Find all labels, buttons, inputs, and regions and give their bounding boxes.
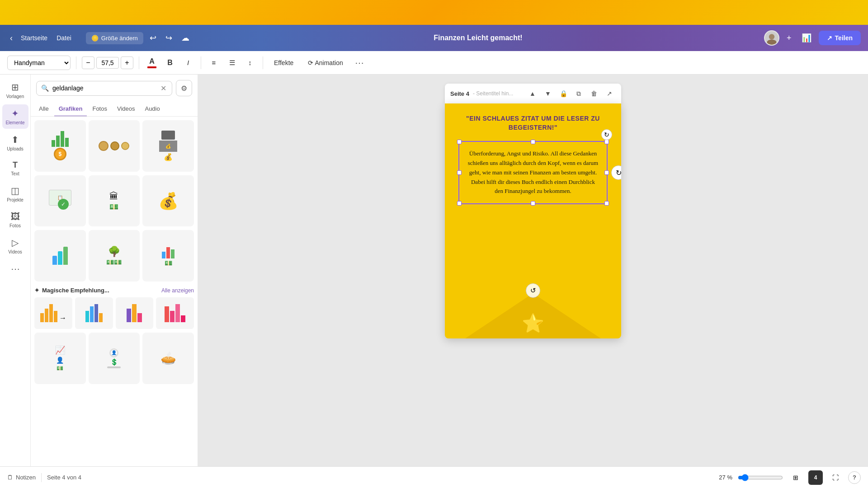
graphic-item-1[interactable]: $ (34, 120, 86, 172)
graphic-item-4[interactable]: 📋 ✓ (34, 175, 86, 227)
list-button[interactable]: ☰ (225, 56, 239, 70)
sidebar-label-vorlagen: Vorlagen (6, 94, 24, 99)
rotate-handle[interactable]: ↻ (601, 129, 612, 140)
back-button[interactable]: ‹ (7, 31, 15, 45)
zoom-slider[interactable] (738, 474, 783, 481)
handle-left-middle[interactable] (457, 170, 462, 175)
sidebar-item-vorlagen[interactable]: ⊞ Vorlagen (2, 78, 28, 103)
search-bar: 🔍 ✕ ⚙ (31, 75, 198, 102)
tab-grafiken[interactable]: Grafiken (54, 102, 87, 117)
sidebar-item-fotos[interactable]: 🖼 Fotos (2, 208, 28, 232)
graphic-item-6[interactable]: 💰 (142, 175, 194, 227)
add-person-button[interactable]: + (784, 31, 794, 45)
text-color-button[interactable]: A (145, 56, 159, 70)
star-decoration: ⭐ (522, 313, 544, 334)
sidebar-item-extra[interactable]: ⋯ (2, 260, 28, 278)
tab-alle[interactable]: Alle (34, 102, 53, 117)
graphic-item-12[interactable]: 🥧 (142, 333, 194, 384)
magic-section: ✦ Magische Empfehlung... Alle anzeigen → (34, 285, 194, 329)
spacing-button[interactable]: ↕ (243, 56, 257, 70)
sidebar-item-elemente[interactable]: ✦ Elemente (2, 104, 28, 129)
resize-button[interactable]: 🪙 Größe ändern (86, 32, 143, 44)
handle-right-middle[interactable] (604, 170, 609, 175)
canvas-slide[interactable]: "EIN SCHLAUES ZITAT UM DIE LESER ZU BEGE… (445, 103, 621, 338)
graphic-item-8[interactable]: 🌳 💵💵 (89, 230, 140, 282)
tab-fotos[interactable]: Fotos (88, 102, 112, 117)
font-family-select[interactable]: Handyman (7, 56, 71, 70)
italic-button[interactable]: I (181, 56, 195, 70)
clear-search-button[interactable]: ✕ (160, 84, 167, 93)
graphic-item-10[interactable]: 📈 👤 💵 (34, 333, 86, 384)
cloud-save-button[interactable]: ☁ (179, 31, 192, 45)
analytics-button[interactable]: 📊 (799, 31, 814, 45)
header-right: + 📊 ↗ Teilen (764, 30, 861, 46)
show-all-button[interactable]: Alle anzeigen (161, 287, 194, 294)
page-export-button[interactable]: ↗ (603, 87, 616, 100)
redo-button[interactable]: ↪ (163, 31, 175, 45)
text-box[interactable]: ↻ Überforderung, Angst und Risiko. All d… (458, 141, 608, 204)
grid-row-1: $ 💰 💰 (34, 120, 194, 172)
tab-videos[interactable]: Videos (113, 102, 140, 117)
grid-row-4: 📈 👤 💵 👤 💲 🥧 (34, 333, 194, 384)
page-down-button[interactable]: ▼ (542, 87, 554, 100)
graphic-item-11[interactable]: 👤 💲 (89, 333, 140, 384)
nav: ‹ Startseite Datei (7, 31, 75, 45)
sidebar-item-uploads[interactable]: ⬆ Uploads (2, 131, 28, 155)
refresh-handle[interactable]: ↻ (611, 165, 621, 180)
handle-bottom-middle[interactable] (531, 201, 535, 206)
graphic-item-7[interactable] (34, 230, 86, 282)
magic-header: ✦ Magische Empfehlung... Alle anzeigen (34, 285, 194, 297)
font-size-input[interactable] (96, 57, 119, 69)
svg-point-1 (767, 40, 776, 45)
filter-button[interactable]: ⚙ (176, 80, 192, 96)
magic-item-2[interactable] (75, 297, 113, 329)
sidebar-item-projekte[interactable]: ◫ Projekte (2, 182, 28, 206)
home-button[interactable]: Startseite (17, 33, 51, 43)
header-actions: 🪙 Größe ändern ↩ ↪ ☁ (86, 31, 192, 45)
avatar[interactable] (764, 30, 779, 46)
graphic-item-5[interactable]: 🏛 💵 (89, 175, 140, 227)
tab-audio[interactable]: Audio (140, 102, 164, 117)
file-button[interactable]: Datei (53, 33, 75, 43)
project-title: Finanzen Leicht gemacht! (434, 34, 522, 42)
sidebar-label-text: Text (11, 171, 19, 176)
font-size-decrease-button[interactable]: − (82, 56, 94, 69)
sidebar: ⊞ Vorlagen ✦ Elemente ⬆ Uploads T Text ◫… (0, 75, 31, 466)
handle-bottom-left[interactable] (457, 201, 462, 206)
handle-top-middle[interactable] (531, 140, 535, 144)
grid-view-button[interactable]: ⊞ (788, 470, 803, 485)
search-input[interactable] (52, 84, 156, 92)
more-options-button[interactable]: ⋯ (352, 56, 367, 70)
align-button[interactable]: ≡ (207, 56, 221, 70)
magic-item-1[interactable]: → (34, 297, 72, 329)
graphic-item-2[interactable] (89, 120, 140, 172)
uploads-icon: ⬆ (11, 134, 19, 145)
font-size-increase-button[interactable]: + (121, 56, 133, 69)
pages-count-button[interactable]: 4 (808, 470, 823, 485)
share-button[interactable]: ↗ Teilen (819, 31, 861, 45)
sidebar-item-text[interactable]: T Text (2, 157, 28, 180)
magic-item-3[interactable] (116, 297, 154, 329)
page-bar-actions: ▲ ▼ 🔒 ⧉ 🗑 ↗ (526, 87, 616, 100)
graphic-item-9[interactable]: 💵 (142, 230, 194, 282)
sidebar-item-videos[interactable]: ▷ Videos (2, 234, 28, 258)
refresh-button-canvas[interactable]: ↺ (526, 283, 540, 298)
bold-button[interactable]: B (163, 56, 177, 70)
handle-top-right[interactable] (604, 140, 609, 144)
effekte-button[interactable]: Effekte (269, 56, 299, 69)
handle-top-left[interactable] (457, 140, 462, 144)
page-up-button[interactable]: ▲ (526, 87, 539, 100)
page-delete-button[interactable]: 🗑 (588, 87, 600, 100)
header-left: ‹ Startseite Datei 🪙 Größe ändern ↩ ↪ ☁ (7, 31, 192, 45)
undo-button[interactable]: ↩ (147, 31, 159, 45)
page-copy-button[interactable]: ⧉ (572, 87, 585, 100)
fullscreen-button[interactable]: ⛶ (828, 470, 843, 485)
graphic-item-3[interactable]: 💰 💰 (142, 120, 194, 172)
notes-button[interactable]: 🗒 Notizen (7, 474, 36, 481)
text-box-content: Überforderung, Angst und Risiko. All die… (467, 149, 599, 196)
handle-bottom-right[interactable] (604, 201, 609, 206)
help-button[interactable]: ? (848, 471, 861, 484)
animation-button[interactable]: ⟳ Animation (302, 56, 348, 69)
magic-item-4[interactable] (156, 297, 194, 329)
page-lock-button[interactable]: 🔒 (557, 87, 570, 100)
